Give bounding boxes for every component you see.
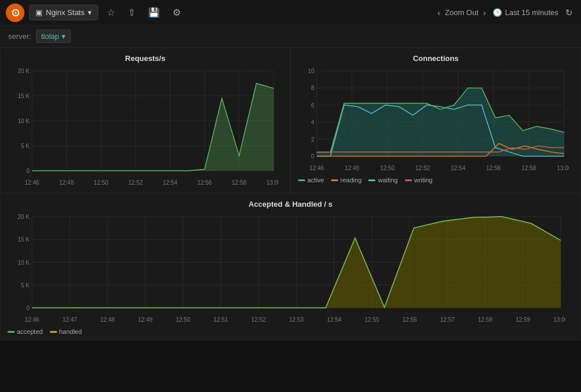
accepted-chart: [8, 212, 573, 325]
share-button[interactable]: ⇧: [124, 5, 139, 20]
legend-handled: handled: [50, 328, 82, 335]
legend-accepted: accepted: [8, 328, 43, 335]
requests-panel: Requests/s: [0, 48, 290, 193]
accepted-canvas: [8, 212, 565, 325]
waiting-color: [368, 179, 375, 181]
reading-color: [331, 179, 338, 181]
writing-color: [405, 179, 412, 181]
accepted-panel: Accepted & Handled / s accepted handled: [0, 193, 581, 340]
connections-panel: Connections active reading waiting writi…: [290, 48, 581, 193]
handled-label: handled: [59, 328, 82, 335]
server-dropdown[interactable]: tlolap ▾: [36, 30, 71, 43]
grafana-logo[interactable]: ⊙: [6, 3, 24, 22]
dashboard-dropdown-arrow: ▾: [88, 8, 92, 17]
nav-right: ‹ Zoom Out › 🕐 Last 15 minutes ↻: [435, 6, 575, 19]
zoom-left-button[interactable]: ‹: [435, 7, 443, 19]
accepted-title: Accepted & Handled / s: [8, 200, 573, 208]
accepted-legend: accepted handled: [8, 328, 573, 335]
zoom-out-label: Zoom Out: [445, 8, 479, 17]
requests-chart: [8, 66, 283, 188]
accepted-color: [8, 331, 15, 333]
refresh-button[interactable]: ↻: [563, 6, 575, 19]
waiting-label: waiting: [378, 177, 397, 184]
time-range[interactable]: 🕐 Last 15 minutes: [493, 8, 558, 17]
active-label: active: [307, 177, 324, 184]
clock-icon: 🕐: [493, 8, 502, 17]
legend-waiting: waiting: [368, 177, 397, 184]
legend-reading: reading: [331, 177, 362, 184]
accepted-label: accepted: [17, 328, 43, 335]
connections-canvas: [298, 66, 569, 174]
settings-button[interactable]: ⚙: [168, 5, 185, 20]
star-button[interactable]: ☆: [103, 5, 119, 20]
active-color: [298, 179, 305, 181]
legend-writing: writing: [405, 177, 433, 184]
server-name: tlolap: [41, 32, 59, 41]
charts-area: Requests/s Connections active reading wa…: [0, 48, 581, 340]
server-dropdown-arrow: ▾: [62, 32, 66, 41]
handled-color: [50, 331, 57, 333]
reading-label: reading: [340, 177, 362, 184]
connections-legend: active reading waiting writing: [298, 177, 573, 184]
connections-chart: [298, 66, 573, 174]
requests-title: Requests/s: [8, 54, 283, 63]
server-bar: server: tlolap ▾: [0, 26, 581, 48]
zoom-controls: ‹ Zoom Out ›: [435, 7, 488, 19]
zoom-right-button[interactable]: ›: [481, 7, 489, 19]
requests-canvas: [8, 66, 278, 188]
save-button[interactable]: 💾: [144, 5, 164, 20]
time-range-label: Last 15 minutes: [505, 8, 558, 17]
nav-left: ⊙ ▣ Nginx Stats ▾ ☆ ⇧ 💾 ⚙: [6, 3, 435, 22]
writing-label: writing: [414, 177, 433, 184]
server-label: server:: [8, 32, 31, 41]
legend-active: active: [298, 177, 324, 184]
dashboard-dropdown[interactable]: ▣ Nginx Stats ▾: [29, 5, 98, 20]
dashboard-name: Nginx Stats: [46, 8, 84, 17]
connections-title: Connections: [298, 54, 573, 63]
top-navigation: ⊙ ▣ Nginx Stats ▾ ☆ ⇧ 💾 ⚙ ‹ Zoom Out › 🕐…: [0, 0, 581, 26]
